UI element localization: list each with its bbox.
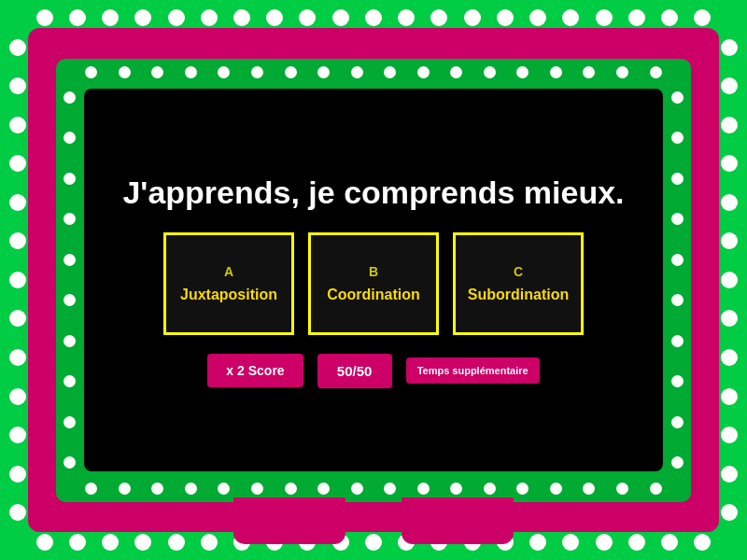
dot	[69, 9, 86, 26]
dot	[36, 9, 53, 26]
dot-sm	[516, 483, 529, 495]
dot-sm	[417, 483, 430, 495]
dot-sm	[151, 66, 163, 78]
inner-dots-right	[671, 77, 684, 483]
dot-sm	[671, 254, 684, 266]
dot-sm	[63, 213, 76, 225]
dot	[266, 9, 283, 26]
dot	[721, 77, 738, 94]
dot-sm	[151, 483, 163, 495]
dot	[299, 9, 316, 26]
dot-sm	[583, 483, 595, 495]
score-50-button[interactable]: 50/50	[317, 354, 392, 388]
dot	[529, 534, 546, 551]
dot	[9, 155, 26, 172]
buttons-row: x 2 Score 50/50 Temps supplémentaire	[207, 354, 539, 388]
dot-sm	[285, 66, 297, 78]
dot	[596, 9, 613, 26]
dot-sm	[417, 66, 430, 78]
content-area: J'apprends, je comprends mieux. A Juxtap…	[84, 89, 663, 471]
dot	[694, 534, 711, 551]
dot	[102, 534, 119, 551]
dot	[69, 534, 86, 551]
dot	[721, 427, 738, 443]
choice-a[interactable]: A Juxtaposition	[163, 232, 294, 335]
time-extra-button[interactable]: Temps supplémentaire	[406, 357, 540, 384]
dot	[134, 9, 151, 26]
dot	[721, 117, 738, 133]
dot	[168, 9, 185, 26]
dot	[201, 534, 218, 551]
choice-b[interactable]: B Coordination	[308, 232, 439, 335]
dot	[721, 39, 738, 56]
dot-sm	[550, 483, 562, 495]
middle-frame: J'apprends, je comprends mieux. A Juxtap…	[28, 28, 719, 532]
dot	[529, 9, 546, 26]
dot	[9, 466, 26, 483]
dot-sm	[63, 173, 76, 185]
dot-sm	[351, 483, 363, 495]
inner-frame-wrapper: J'apprends, je comprends mieux. A Juxtap…	[56, 59, 691, 502]
dot	[9, 117, 26, 133]
score-x2-button[interactable]: x 2 Score	[207, 354, 303, 387]
dot	[332, 9, 349, 26]
choice-c[interactable]: C Subordination	[453, 232, 584, 335]
dot	[721, 194, 738, 211]
inner-dots-top	[75, 66, 672, 78]
dot	[168, 534, 185, 551]
dot-sm	[63, 91, 76, 104]
dot	[721, 272, 738, 288]
dot-sm	[185, 483, 197, 495]
dot	[721, 466, 738, 483]
dot	[721, 310, 738, 327]
dot	[562, 534, 579, 551]
dot-sm	[63, 254, 76, 266]
dot	[464, 9, 481, 26]
dot	[233, 9, 250, 26]
tab-right	[402, 497, 514, 544]
dot	[430, 9, 447, 26]
dot-sm	[671, 91, 684, 104]
inner-dots-bottom	[75, 483, 672, 495]
dot-sm	[85, 66, 97, 78]
choice-c-label: Subordination	[468, 287, 569, 303]
dot-sm	[119, 66, 131, 78]
dot	[9, 77, 26, 94]
dot-sm	[218, 483, 230, 495]
dot	[36, 534, 53, 551]
dot	[694, 9, 711, 26]
dot	[201, 9, 218, 26]
dot-sm	[671, 456, 684, 469]
dot-sm	[218, 66, 230, 78]
dot-sm	[63, 416, 76, 428]
dot-sm	[616, 483, 628, 495]
choices-row: A Juxtaposition B Coordination C Subordi…	[163, 232, 584, 335]
dot	[661, 534, 678, 551]
choice-b-label: Coordination	[327, 287, 420, 303]
choice-a-label: Juxtaposition	[180, 287, 277, 303]
dot-sm	[251, 66, 263, 78]
dot-sm	[671, 335, 684, 347]
dot	[596, 534, 613, 551]
dot	[9, 388, 26, 405]
dot-sm	[317, 483, 330, 495]
dot-sm	[63, 335, 76, 347]
dots-top	[28, 9, 719, 26]
dot-sm	[650, 66, 662, 78]
tab-left	[233, 497, 345, 544]
dot	[102, 9, 119, 26]
dot	[9, 194, 26, 211]
choice-a-letter: A	[224, 264, 233, 279]
dot	[134, 534, 151, 551]
dots-left	[9, 28, 26, 532]
dot	[721, 232, 738, 249]
dot-sm	[650, 483, 662, 495]
choice-c-letter: C	[514, 264, 523, 279]
dot	[398, 9, 415, 26]
dot-sm	[616, 66, 628, 78]
dot-sm	[63, 456, 76, 469]
dot-sm	[484, 483, 496, 495]
dot-sm	[550, 66, 562, 78]
dot-sm	[516, 66, 529, 78]
dot	[9, 504, 26, 521]
